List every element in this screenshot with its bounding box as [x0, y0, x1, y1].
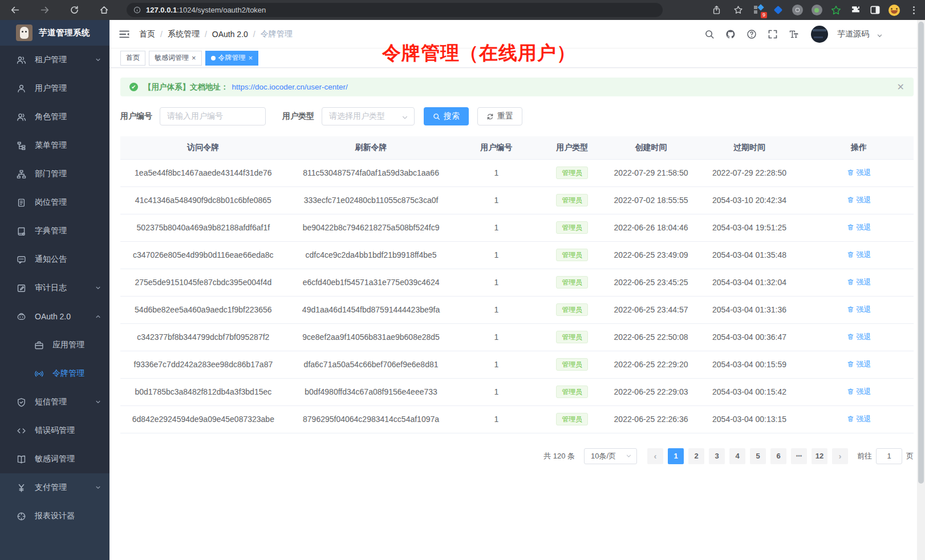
- sidebar-item-menu-tree[interactable]: 菜单管理: [0, 131, 109, 160]
- sidebar-item-report[interactable]: 报表设计器: [0, 502, 109, 530]
- sidebar-item-log[interactable]: 审计日志: [0, 274, 109, 302]
- scrollbar-thumb[interactable]: [918, 22, 924, 484]
- goto-suffix: 页: [906, 451, 914, 461]
- page-button-12[interactable]: 12: [812, 448, 827, 464]
- search-button[interactable]: 搜索: [424, 107, 469, 125]
- sidebar-item-code[interactable]: 错误码管理: [0, 416, 109, 445]
- extension-command-icon[interactable]: [792, 5, 803, 16]
- force-logout-button[interactable]: 强退: [847, 277, 871, 287]
- book-icon: [17, 455, 26, 464]
- site-info-icon[interactable]: [133, 6, 141, 14]
- sidebar-item-book[interactable]: 敏感词管理: [0, 445, 109, 473]
- chevron-down-icon: [95, 285, 102, 291]
- sidebar-item-post[interactable]: 岗位管理: [0, 188, 109, 217]
- user-type-badge: 管理员: [556, 358, 588, 371]
- cell-expires: 2054-03-04 00:15:59: [695, 351, 804, 378]
- user-caret-icon[interactable]: [877, 31, 883, 37]
- breadcrumb-system[interactable]: 系统管理: [168, 29, 200, 39]
- page-button-4[interactable]: 4: [729, 448, 745, 464]
- window-scrollbar[interactable]: [917, 20, 925, 560]
- page-button-1[interactable]: 1: [668, 448, 684, 464]
- alert-close-icon[interactable]: ✕: [897, 82, 904, 92]
- force-logout-label: 强退: [857, 168, 871, 178]
- user-id-input[interactable]: 请输入用户编号: [160, 107, 266, 125]
- address-bar[interactable]: 127.0.0.1:1024/system/oauth2/token: [127, 3, 663, 17]
- prev-page-button[interactable]: ‹: [647, 448, 663, 464]
- force-logout-button[interactable]: 强退: [847, 222, 871, 233]
- sidebar-item-oauth[interactable]: OAuth 2.0: [0, 302, 109, 331]
- sidebar-toggle-icon[interactable]: [119, 29, 130, 40]
- goto-page-input[interactable]: 1: [876, 448, 902, 464]
- cell-action: 强退: [804, 241, 914, 269]
- browser-home-icon[interactable]: [97, 3, 111, 17]
- trash-icon: [847, 196, 854, 204]
- fullscreen-icon[interactable]: [764, 26, 781, 43]
- breadcrumb-oauth[interactable]: OAuth 2.0: [212, 30, 248, 39]
- sidebar-item-notice[interactable]: 通知公告: [0, 245, 109, 274]
- page-ellipsis-button[interactable]: •••: [791, 448, 807, 464]
- font-size-icon[interactable]: [785, 26, 802, 43]
- sidebar-item-sms[interactable]: 短信管理: [0, 388, 109, 416]
- browser-reload-icon[interactable]: [67, 3, 81, 17]
- force-logout-button[interactable]: 强退: [847, 195, 871, 205]
- user-type-badge: 管理员: [556, 221, 588, 234]
- browser-back-icon[interactable]: [8, 3, 22, 17]
- tag-active[interactable]: 令牌管理×: [205, 51, 259, 66]
- cell-created: 2022-06-25 23:44:57: [607, 296, 695, 323]
- reset-button[interactable]: 重置: [477, 107, 522, 125]
- force-logout-button[interactable]: 强退: [847, 168, 871, 178]
- extension-gem-icon[interactable]: [772, 5, 784, 16]
- cell-user-type: 管理员: [537, 323, 607, 351]
- sidebar-item-user[interactable]: 用户管理: [0, 74, 109, 103]
- tag-item[interactable]: 首页: [120, 51, 145, 66]
- breadcrumb-home[interactable]: 首页: [139, 29, 155, 39]
- sidebar-item-app[interactable]: 应用管理: [0, 331, 109, 359]
- force-logout-button[interactable]: 强退: [847, 387, 871, 397]
- doc-link[interactable]: https://doc.iocoder.cn/user-center/: [232, 83, 348, 91]
- search-icon[interactable]: [701, 26, 718, 43]
- browser-forward-icon[interactable]: [38, 3, 51, 17]
- extension-tag-manager-icon[interactable]: 9: [753, 5, 764, 16]
- force-logout-button[interactable]: 强退: [847, 359, 871, 370]
- browser-menu-icon[interactable]: [908, 5, 919, 16]
- page-button-6[interactable]: 6: [770, 448, 786, 464]
- force-logout-button[interactable]: 强退: [847, 305, 871, 315]
- page-size-select[interactable]: 10条/页: [584, 448, 637, 464]
- page-button-2[interactable]: 2: [688, 448, 704, 464]
- tag-close-icon[interactable]: ×: [249, 54, 253, 62]
- extensions-puzzle-icon[interactable]: [850, 5, 861, 16]
- user-type-select[interactable]: 请选择用户类型: [322, 107, 415, 125]
- bookmark-star-icon[interactable]: [731, 3, 745, 17]
- page-button-5[interactable]: 5: [750, 448, 766, 464]
- github-icon[interactable]: [722, 26, 739, 43]
- force-logout-button[interactable]: 强退: [847, 250, 871, 260]
- extension-recorder-icon[interactable]: [811, 5, 822, 16]
- force-logout-button[interactable]: 强退: [847, 332, 871, 342]
- user-type-placeholder: 请选择用户类型: [329, 111, 385, 121]
- sidebar-item-role[interactable]: 角色管理: [0, 103, 109, 131]
- cell-user-type: 管理员: [537, 186, 607, 214]
- user-name[interactable]: 芋道源码: [837, 29, 869, 39]
- page-button-3[interactable]: 3: [709, 448, 725, 464]
- sidebar-item-dict[interactable]: 字典管理: [0, 217, 109, 245]
- extension-star-icon[interactable]: [830, 5, 842, 16]
- side-panel-icon[interactable]: [869, 5, 881, 16]
- user-avatar[interactable]: [811, 26, 828, 43]
- force-logout-button[interactable]: 强退: [847, 414, 871, 424]
- cell-user_id: 1: [456, 351, 537, 378]
- tag-close-icon[interactable]: ×: [192, 54, 196, 62]
- sidebar-item-users[interactable]: 租户管理: [0, 46, 109, 74]
- sidebar-item-pay[interactable]: 支付管理: [0, 473, 109, 502]
- cell-refresh: 49d1aa46d1454fbd87591444423be9fa: [286, 296, 456, 323]
- sidebar-item-token[interactable]: 令牌管理: [0, 359, 109, 388]
- page-size-value: 10条/页: [591, 451, 616, 461]
- sidebar-item-org[interactable]: 部门管理: [0, 160, 109, 188]
- next-page-button[interactable]: ›: [832, 448, 848, 464]
- app-logo-bar[interactable]: 芋道管理系统: [0, 20, 109, 46]
- sidebar-item-label: 错误码管理: [35, 425, 75, 436]
- tag-item[interactable]: 敏感词管理×: [149, 51, 202, 66]
- profile-avatar-icon[interactable]: [889, 5, 900, 16]
- share-icon[interactable]: [709, 3, 723, 17]
- alert-text: 【用户体系】文档地址：: [144, 82, 229, 92]
- help-icon[interactable]: [743, 26, 760, 43]
